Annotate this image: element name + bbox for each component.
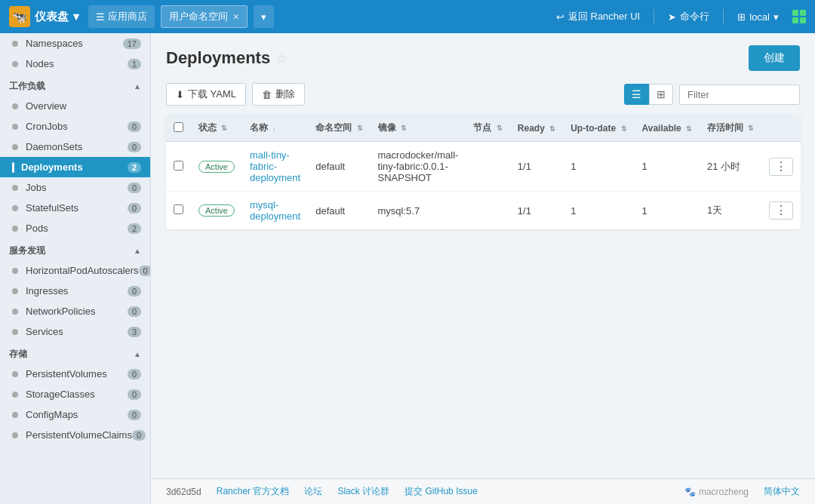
image-sort-icon[interactable]: ⇅ — [401, 124, 407, 132]
cluster-label: local — [749, 11, 770, 23]
nodes-badge: 1 — [128, 59, 141, 69]
footer-link-slack[interactable]: Slack 讨论群 — [337, 485, 389, 498]
pods-dot-icon — [12, 226, 18, 232]
sidebar-item-pvc[interactable]: PersistentVolumeClaims 0 — [0, 425, 150, 445]
deployment-name-link-0[interactable]: mall-tiny-fabric-deployment — [250, 149, 300, 183]
cmd-icon: ➤ — [668, 11, 676, 23]
return-rancher-btn[interactable]: ↩ 返回 Rancher UI — [549, 5, 647, 28]
row-namespace-1: default — [308, 192, 370, 230]
table-body: Active mall-tiny-fabric-deployment defau… — [166, 142, 801, 230]
sidebar-storageclasses-label: StorageClasses — [26, 389, 95, 400]
networkpolicies-dot-icon — [12, 309, 18, 315]
sidebar-item-overview[interactable]: Overview — [0, 96, 150, 116]
sidebar-item-pods[interactable]: Pods 2 — [0, 218, 150, 238]
workload-section-header[interactable]: 工作负载 ▲ — [0, 74, 150, 96]
namespace-sort-icon[interactable]: ⇅ — [357, 124, 363, 132]
sidebar-ingresses-label: Ingresses — [26, 285, 68, 297]
scale-sort-icon[interactable]: ⇅ — [497, 124, 503, 132]
sidebar-item-nodes[interactable]: Nodes 1 — [0, 54, 150, 74]
cmd-btn[interactable]: ➤ 命令行 — [660, 5, 717, 28]
sidebar-item-configmaps[interactable]: ConfigMaps 0 — [0, 404, 150, 425]
sidebar-item-networkpolicies[interactable]: NetworkPolicies 0 — [0, 301, 150, 321]
cronjobs-badge: 0 — [128, 121, 141, 132]
sidebar-item-deployments[interactable]: Deployments 2 — [0, 157, 150, 177]
download-yaml-label: 下载 YAML — [188, 88, 236, 101]
status-sort-icon[interactable]: ⇅ — [221, 124, 227, 132]
uptodate-sort-icon[interactable]: ⇅ — [621, 125, 627, 133]
sidebar-services-label: Services — [26, 326, 63, 337]
overview-dot-icon — [12, 103, 18, 109]
row-checkbox-1[interactable] — [174, 204, 183, 214]
sidebar-item-hpa[interactable]: HorizontalPodAutoscalers 0 — [0, 260, 150, 281]
create-button[interactable]: 创建 — [749, 45, 800, 71]
grid-apps-icon[interactable] — [792, 10, 806, 23]
delete-icon: 🗑 — [262, 89, 272, 100]
select-all-checkbox[interactable] — [174, 122, 183, 132]
footer-link-github[interactable]: 提交 GitHub Issue — [404, 485, 478, 498]
storage-section-header[interactable]: 存储 ▲ — [0, 342, 150, 364]
storage-section-label: 存储 — [9, 348, 27, 361]
sidebar-item-storageclasses[interactable]: StorageClasses 0 — [0, 384, 150, 404]
sidebar-item-cronjobs[interactable]: CronJobs 0 — [0, 116, 150, 137]
namespace-tab-close[interactable]: ✕ — [232, 12, 239, 22]
language-selector[interactable]: 简体中文 — [764, 485, 800, 498]
table-header-row: 状态 ⇅ 名称 ↓ 命名空间 ⇅ 镜像 ⇅ — [166, 115, 801, 142]
sidebar-item-jobs[interactable]: Jobs 0 — [0, 177, 150, 198]
footer-link-docs[interactable]: Rancher 官方文档 — [217, 485, 290, 498]
row-namespace-0: default — [308, 142, 370, 192]
namespace-tab[interactable]: 用户命名空间 ✕ — [161, 5, 248, 28]
download-icon: ⬇ — [176, 89, 184, 100]
service-discovery-section-header[interactable]: 服务发现 ▲ — [0, 238, 150, 260]
list-view-button[interactable]: ☰ — [624, 84, 649, 105]
row-action-btn-1[interactable]: ⋮ — [769, 201, 793, 220]
deployment-name-link-1[interactable]: mysql-deployment — [250, 199, 300, 222]
statefulsets-dot-icon — [12, 205, 18, 211]
status-badge-1: Active — [198, 204, 235, 217]
age-sort-icon[interactable]: ⇅ — [748, 124, 754, 132]
watermark-text: macrozheng — [699, 487, 749, 497]
deployments-badge: 2 — [128, 162, 141, 173]
ready-sort-icon[interactable]: ⇅ — [549, 125, 555, 133]
download-yaml-button[interactable]: ⬇ 下载 YAML — [166, 83, 246, 106]
row-status-0: Active — [191, 142, 242, 192]
row-age-0: 21 小时 — [700, 142, 761, 192]
deployments-active-bar — [12, 162, 14, 173]
footer-commit: 3d62d5d — [166, 487, 201, 497]
delete-label: 删除 — [275, 88, 295, 101]
row-ready-1: 1/1 — [510, 192, 563, 230]
configmaps-badge: 0 — [128, 410, 141, 420]
delete-button[interactable]: 🗑 删除 — [252, 83, 305, 106]
col-namespace: 命名空间 ⇅ — [308, 115, 370, 142]
row-checkbox-0[interactable] — [174, 161, 183, 171]
footer-link-forum[interactable]: 论坛 — [304, 485, 322, 498]
sidebar-item-statefulsets[interactable]: StatefulSets 0 — [0, 198, 150, 218]
name-sort-icon[interactable]: ↓ — [272, 124, 276, 132]
sidebar-item-services[interactable]: Services 3 — [0, 321, 150, 342]
filter-input[interactable] — [679, 85, 800, 105]
row-age-1: 1天 — [700, 192, 761, 230]
cluster-dropdown-icon: ▾ — [773, 11, 779, 23]
nav-divider-1 — [654, 9, 654, 24]
grid-view-button[interactable]: ⊞ — [649, 84, 673, 105]
pv-badge: 0 — [128, 369, 141, 380]
favorite-star-icon[interactable]: ☆ — [276, 51, 287, 66]
sidebar-item-ingresses[interactable]: Ingresses 0 — [0, 281, 150, 301]
app-store-tab[interactable]: ☰ 应用商店 — [88, 5, 155, 28]
storageclasses-badge: 0 — [128, 389, 141, 400]
watermark: 🐾 macrozheng — [684, 487, 749, 497]
sidebar-pv-label: PersistentVolumes — [26, 368, 107, 380]
sidebar-item-pv[interactable]: PersistentVolumes 0 — [0, 364, 150, 384]
row-action-btn-0[interactable]: ⋮ — [769, 158, 793, 176]
sidebar-jobs-label: Jobs — [26, 182, 46, 193]
cluster-btn[interactable]: ⊞ local ▾ — [730, 5, 786, 28]
sidebar-statefulsets-label: StatefulSets — [26, 202, 78, 214]
nav-divider-2 — [723, 9, 724, 24]
sidebar-item-namespaces[interactable]: Namespaces 17 — [0, 33, 150, 54]
logo-dropdown-icon[interactable]: ▾ — [73, 10, 79, 23]
page-title: Deployments — [166, 48, 270, 68]
row-action-cell-1: ⋮ — [761, 192, 801, 230]
sidebar-item-daemonsets[interactable]: DaemonSets 0 — [0, 137, 150, 157]
available-sort-icon[interactable]: ⇅ — [686, 125, 692, 133]
app-logo[interactable]: 🐄 仪表盘 ▾ — [9, 6, 79, 27]
tabs-dropdown-btn[interactable]: ▾ — [254, 5, 274, 28]
